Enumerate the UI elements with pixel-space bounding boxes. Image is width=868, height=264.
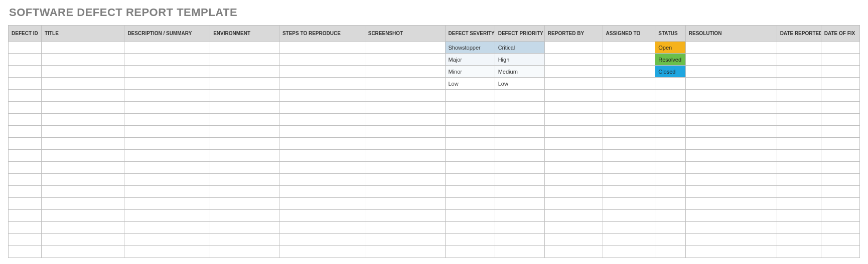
- cell-defect_id[interactable]: [9, 186, 42, 198]
- cell-priority[interactable]: Critical: [495, 42, 544, 54]
- cell-date_of_fix[interactable]: [821, 66, 859, 78]
- cell-assigned_to[interactable]: [603, 102, 655, 114]
- cell-description[interactable]: [124, 78, 210, 90]
- cell-status[interactable]: [655, 90, 686, 102]
- cell-defect_id[interactable]: [9, 126, 42, 138]
- cell-steps[interactable]: [279, 126, 365, 138]
- cell-environment[interactable]: [210, 246, 279, 258]
- cell-screenshot[interactable]: [365, 246, 445, 258]
- cell-description[interactable]: [124, 210, 210, 222]
- cell-date_reported[interactable]: [777, 126, 821, 138]
- cell-screenshot[interactable]: [365, 150, 445, 162]
- cell-priority[interactable]: [495, 126, 544, 138]
- cell-assigned_to[interactable]: [603, 174, 655, 186]
- cell-reported_by[interactable]: [544, 54, 603, 66]
- cell-description[interactable]: [124, 162, 210, 174]
- cell-steps[interactable]: [279, 162, 365, 174]
- cell-resolution[interactable]: [685, 138, 777, 150]
- cell-title[interactable]: [42, 54, 124, 66]
- cell-environment[interactable]: [210, 186, 279, 198]
- cell-resolution[interactable]: [685, 234, 777, 246]
- cell-date_of_fix[interactable]: [821, 126, 859, 138]
- cell-status[interactable]: [655, 162, 686, 174]
- cell-assigned_to[interactable]: [603, 246, 655, 258]
- cell-status[interactable]: [655, 186, 686, 198]
- cell-description[interactable]: [124, 138, 210, 150]
- cell-title[interactable]: [42, 150, 124, 162]
- cell-resolution[interactable]: [685, 126, 777, 138]
- cell-defect_id[interactable]: [9, 222, 42, 234]
- cell-description[interactable]: [124, 102, 210, 114]
- cell-status[interactable]: [655, 78, 686, 90]
- cell-date_reported[interactable]: [777, 90, 821, 102]
- cell-title[interactable]: [42, 222, 124, 234]
- cell-screenshot[interactable]: [365, 174, 445, 186]
- cell-date_of_fix[interactable]: [821, 234, 859, 246]
- cell-defect_id[interactable]: [9, 102, 42, 114]
- cell-status[interactable]: [655, 222, 686, 234]
- cell-reported_by[interactable]: [544, 90, 603, 102]
- cell-description[interactable]: [124, 42, 210, 54]
- cell-priority[interactable]: [495, 114, 544, 126]
- cell-description[interactable]: [124, 66, 210, 78]
- cell-status[interactable]: [655, 138, 686, 150]
- cell-date_of_fix[interactable]: [821, 54, 859, 66]
- cell-steps[interactable]: [279, 174, 365, 186]
- cell-priority[interactable]: [495, 138, 544, 150]
- cell-severity[interactable]: Low: [445, 78, 495, 90]
- cell-screenshot[interactable]: [365, 198, 445, 210]
- cell-date_reported[interactable]: [777, 162, 821, 174]
- cell-date_reported[interactable]: [777, 198, 821, 210]
- cell-screenshot[interactable]: [365, 234, 445, 246]
- cell-severity[interactable]: [445, 126, 495, 138]
- cell-priority[interactable]: [495, 162, 544, 174]
- cell-resolution[interactable]: [685, 246, 777, 258]
- cell-defect_id[interactable]: [9, 90, 42, 102]
- cell-priority[interactable]: [495, 186, 544, 198]
- cell-description[interactable]: [124, 150, 210, 162]
- cell-resolution[interactable]: [685, 186, 777, 198]
- cell-environment[interactable]: [210, 234, 279, 246]
- cell-date_of_fix[interactable]: [821, 246, 859, 258]
- cell-date_of_fix[interactable]: [821, 162, 859, 174]
- cell-defect_id[interactable]: [9, 54, 42, 66]
- cell-date_reported[interactable]: [777, 210, 821, 222]
- cell-severity[interactable]: [445, 222, 495, 234]
- cell-steps[interactable]: [279, 198, 365, 210]
- cell-defect_id[interactable]: [9, 198, 42, 210]
- cell-date_reported[interactable]: [777, 42, 821, 54]
- cell-reported_by[interactable]: [544, 42, 603, 54]
- cell-assigned_to[interactable]: [603, 222, 655, 234]
- cell-date_of_fix[interactable]: [821, 90, 859, 102]
- cell-severity[interactable]: [445, 174, 495, 186]
- cell-status[interactable]: [655, 210, 686, 222]
- cell-priority[interactable]: [495, 150, 544, 162]
- cell-title[interactable]: [42, 186, 124, 198]
- cell-date_reported[interactable]: [777, 186, 821, 198]
- cell-severity[interactable]: [445, 186, 495, 198]
- cell-date_of_fix[interactable]: [821, 210, 859, 222]
- cell-description[interactable]: [124, 198, 210, 210]
- cell-steps[interactable]: [279, 54, 365, 66]
- cell-description[interactable]: [124, 90, 210, 102]
- cell-defect_id[interactable]: [9, 78, 42, 90]
- cell-title[interactable]: [42, 162, 124, 174]
- cell-date_of_fix[interactable]: [821, 102, 859, 114]
- cell-assigned_to[interactable]: [603, 54, 655, 66]
- cell-resolution[interactable]: [685, 162, 777, 174]
- cell-date_of_fix[interactable]: [821, 138, 859, 150]
- cell-screenshot[interactable]: [365, 222, 445, 234]
- cell-resolution[interactable]: [685, 66, 777, 78]
- cell-assigned_to[interactable]: [603, 198, 655, 210]
- cell-environment[interactable]: [210, 102, 279, 114]
- cell-date_reported[interactable]: [777, 78, 821, 90]
- cell-date_reported[interactable]: [777, 138, 821, 150]
- cell-title[interactable]: [42, 42, 124, 54]
- cell-description[interactable]: [124, 234, 210, 246]
- cell-reported_by[interactable]: [544, 174, 603, 186]
- cell-date_reported[interactable]: [777, 234, 821, 246]
- cell-reported_by[interactable]: [544, 234, 603, 246]
- cell-severity[interactable]: [445, 114, 495, 126]
- cell-resolution[interactable]: [685, 210, 777, 222]
- cell-assigned_to[interactable]: [603, 138, 655, 150]
